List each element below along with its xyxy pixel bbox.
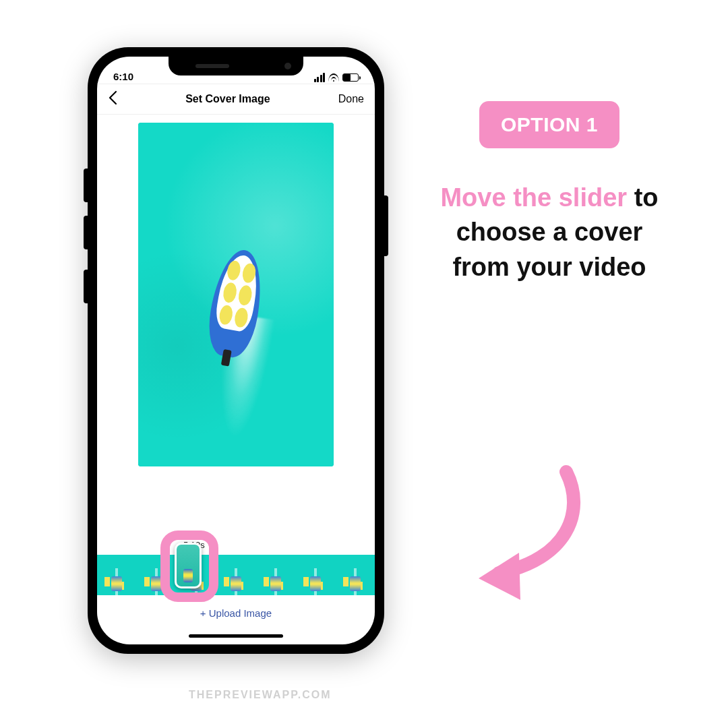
watermark: THEPREVIEWAPP.COM bbox=[189, 689, 332, 701]
phone-frame: 6:10 Set Cover Image Done bbox=[88, 47, 384, 654]
signal-icon bbox=[314, 73, 326, 82]
page-title: Set Cover Image bbox=[185, 93, 270, 105]
cover-slider-handle[interactable] bbox=[175, 543, 202, 588]
nav-header: Set Cover Image Done bbox=[97, 84, 375, 115]
battery-icon bbox=[342, 73, 359, 82]
cover-preview-area bbox=[97, 115, 375, 545]
side-panel: OPTION 1 Move the slider to choose a cov… bbox=[431, 101, 667, 284]
done-button[interactable]: Done bbox=[338, 93, 364, 105]
status-time: 6:10 bbox=[113, 71, 133, 82]
option-badge: OPTION 1 bbox=[479, 101, 619, 148]
instruction-highlight: Move the slider bbox=[440, 183, 627, 212]
upload-image-button[interactable]: + Upload Image bbox=[200, 607, 272, 619]
back-icon[interactable] bbox=[108, 90, 117, 108]
instruction-text: Move the slider to choose a cover from y… bbox=[431, 181, 667, 284]
home-indicator[interactable] bbox=[189, 634, 283, 638]
phone-notch bbox=[169, 57, 303, 75]
frame-timeline[interactable]: 5.12s bbox=[97, 545, 375, 595]
phone-screen: 6:10 Set Cover Image Done bbox=[97, 57, 375, 644]
arrow-icon bbox=[445, 458, 600, 607]
cover-preview bbox=[138, 123, 334, 466]
wifi-icon bbox=[328, 73, 339, 82]
